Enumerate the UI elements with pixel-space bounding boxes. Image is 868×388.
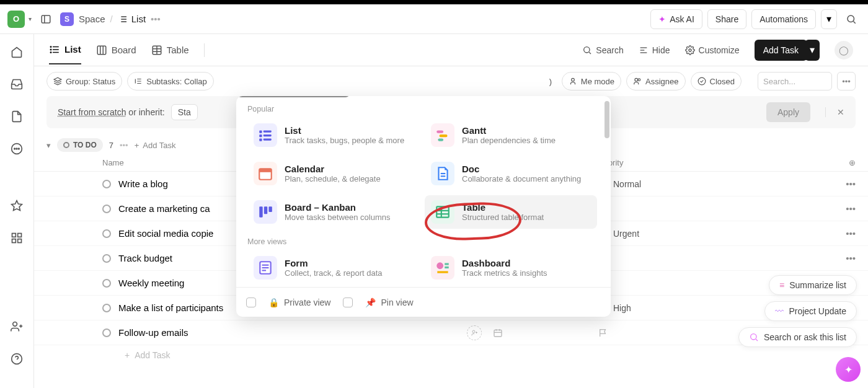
svg-point-11 [14, 148, 16, 149]
workspace-chevron-icon[interactable]: ▾ [29, 15, 32, 22]
toolbar-customize[interactable]: Customize [685, 45, 740, 55]
sidebar-toggle-icon[interactable] [37, 10, 55, 29]
toolbar-hide[interactable]: Hide [639, 45, 670, 55]
view-card-table[interactable]: TableStructured table format [425, 195, 597, 229]
invite-icon[interactable] [7, 317, 26, 336]
favorites-icon[interactable] [7, 196, 26, 215]
ask-ai-button[interactable]: ✦ Ask AI [650, 9, 702, 29]
filter-more-icon[interactable]: ••• [837, 72, 856, 90]
group-add-task[interactable]: + Add Task [135, 141, 176, 150]
header-search-icon[interactable] [842, 10, 861, 29]
private-view-checkbox[interactable] [246, 298, 256, 307]
col-priority[interactable]: Priority [598, 158, 849, 167]
svg-point-104 [751, 334, 756, 340]
space-icon[interactable]: S [60, 12, 74, 26]
apps-icon[interactable] [7, 229, 26, 247]
pin-icon: 📌 [365, 298, 376, 307]
svg-rect-98 [262, 267, 269, 268]
row-more-icon[interactable]: ••• [846, 203, 856, 214]
svg-rect-92 [436, 206, 449, 217]
status-circle-icon[interactable] [102, 205, 111, 213]
inherit-start-button[interactable]: Sta [171, 104, 198, 120]
task-name[interactable]: Write a blog [118, 179, 168, 189]
task-name[interactable]: Create a marketing ca [118, 203, 210, 214]
view-card-board[interactable]: Board – KanbanMove tasks between columns [247, 195, 420, 229]
status-circle-icon[interactable] [102, 229, 111, 238]
view-card-calendar[interactable]: CalendarPlan, schedule, & delegate [247, 157, 420, 190]
start-scratch-link[interactable]: Start from scratch [58, 107, 126, 117]
priority[interactable] [598, 254, 846, 263]
task-name[interactable]: Track budget [118, 253, 172, 263]
priority[interactable] [598, 204, 846, 214]
view-card-form[interactable]: FormCollect, track, & report data [247, 251, 420, 284]
status-circle-icon[interactable] [102, 180, 111, 188]
inbox-icon[interactable] [7, 75, 26, 94]
add-task-row[interactable]: + Add Task [34, 345, 868, 365]
status-circle-icon[interactable] [102, 304, 111, 312]
chip-me-mode[interactable]: Me mode [562, 72, 621, 90]
tab-table[interactable]: Table [151, 37, 189, 64]
chip-subtasks[interactable]: Subtasks: Collap [127, 72, 214, 90]
filter-search-input[interactable]: Search... [758, 72, 832, 90]
inherit-close-icon[interactable]: ✕ [825, 107, 844, 117]
status-circle-icon[interactable] [102, 254, 111, 263]
chip-assignee[interactable]: Assignee [626, 72, 685, 90]
priority[interactable]: Urgent [598, 229, 846, 239]
task-name[interactable]: Follow-up emails [118, 327, 188, 338]
toolbar-search[interactable]: Search [582, 45, 623, 55]
docs-icon[interactable] [7, 107, 26, 126]
breadcrumb-more-icon[interactable]: ••• [151, 14, 161, 24]
task-name[interactable]: Weekly meeting [118, 278, 184, 288]
svg-rect-101 [445, 263, 449, 265]
ai-fab[interactable]: ✦ [836, 357, 861, 382]
view-card-dashboard[interactable]: DashboardTrack metrics & insights [425, 251, 597, 284]
chip-closed[interactable]: Closed [691, 72, 742, 90]
share-button[interactable]: Share [707, 9, 746, 29]
pin-view-checkbox[interactable] [343, 298, 353, 307]
help-icon[interactable] [7, 350, 26, 368]
home-icon[interactable] [7, 43, 26, 61]
group-more-icon[interactable]: ••• [120, 141, 128, 150]
tab-board[interactable]: Board [96, 37, 136, 64]
group-collapse-icon[interactable]: ▾ [46, 141, 51, 150]
svg-point-8 [848, 15, 854, 22]
priority[interactable]: Normal [598, 179, 846, 189]
more-rail-icon[interactable] [7, 139, 26, 158]
views-bar: List Board Table Search Hide Cu [34, 34, 868, 66]
view-card-gantt[interactable]: GanttPlan dependencies & time [425, 118, 597, 152]
row-more-icon[interactable]: ••• [846, 253, 856, 263]
views-search-input[interactable]: Search views... [236, 96, 350, 97]
svg-rect-17 [12, 239, 16, 243]
breadcrumb-space[interactable]: Space [79, 14, 105, 24]
add-column-icon[interactable]: ⊕ [849, 158, 856, 167]
chip-group[interactable]: Group: Status [46, 72, 122, 90]
status-circle-icon[interactable] [102, 328, 111, 337]
task-name[interactable]: Make a list of participants [118, 302, 223, 313]
breadcrumb: S Space / List ••• [60, 12, 161, 26]
automations-chevron-icon[interactable]: ▾ [821, 9, 837, 29]
task-name[interactable]: Edit social media copie [118, 228, 213, 239]
svg-rect-82 [440, 134, 448, 137]
add-task-chevron-icon[interactable]: ▾ [805, 40, 820, 61]
breadcrumb-list[interactable]: List [118, 14, 146, 24]
automations-button[interactable]: Automations [751, 9, 816, 29]
search-list-button[interactable]: Search or ask this list [738, 327, 857, 347]
assignee-add-icon[interactable] [467, 325, 482, 340]
row-more-icon[interactable]: ••• [846, 228, 856, 239]
workspace-avatar[interactable]: O [7, 11, 25, 28]
svg-point-19 [13, 322, 17, 327]
status-circle-icon[interactable] [102, 279, 111, 288]
view-card-doc[interactable]: DocCollaborate & document anything [425, 157, 597, 190]
popover-scrollbar[interactable] [604, 101, 609, 138]
due-date[interactable] [493, 328, 598, 338]
inherit-apply-button[interactable]: Apply [766, 102, 810, 122]
tab-list[interactable]: List [49, 36, 81, 64]
view-card-list[interactable]: ListTrack tasks, bugs, people & more [247, 118, 420, 152]
row-more-icon[interactable]: ••• [846, 179, 856, 189]
user-avatar-icon[interactable]: ◯ [835, 41, 853, 60]
summarize-list-button[interactable]: ≡ Summarize list [769, 275, 857, 295]
add-task-button[interactable]: Add Task [755, 40, 807, 61]
status-pill-todo[interactable]: TO DO [57, 138, 103, 152]
project-update-button[interactable]: 〰 Project Update [764, 301, 857, 321]
svg-point-47 [698, 77, 706, 85]
